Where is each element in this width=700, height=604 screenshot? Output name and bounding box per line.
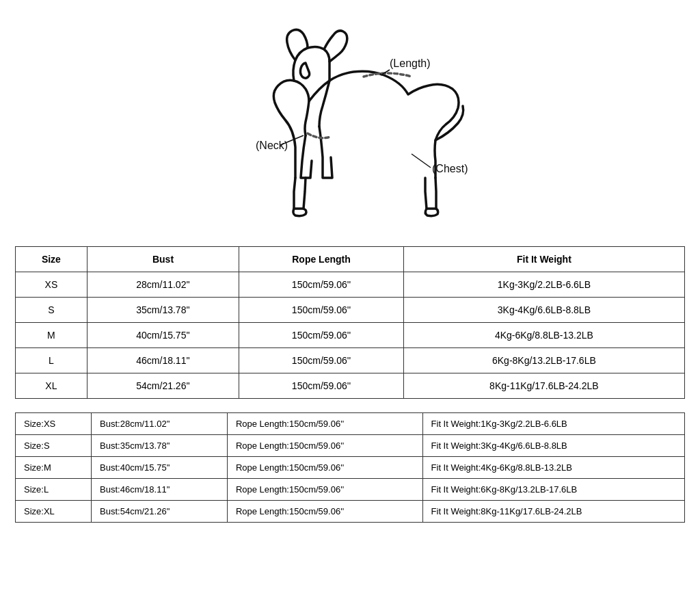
- table-cell: 150cm/59.06'': [239, 348, 404, 373]
- table-cell: 150cm/59.06'': [239, 373, 404, 399]
- table-cell: XL: [16, 373, 88, 399]
- length-label: (Length): [390, 57, 431, 69]
- main-size-table-container: Size Bust Rope Length Fit It Weight XS28…: [15, 246, 685, 399]
- header-rope-length: Rope Length: [239, 247, 404, 272]
- detail-cell: Bust:54cm/21.26'': [92, 501, 228, 523]
- detail-cell: Size:M: [16, 457, 92, 479]
- table-cell: XS: [16, 272, 88, 298]
- table-cell: 46cm/18.11'': [87, 348, 239, 373]
- detail-cell: Bust:40cm/15.75'': [92, 457, 228, 479]
- table-cell: M: [16, 323, 88, 348]
- table-cell: 4Kg-6Kg/8.8LB-13.2LB: [403, 323, 684, 348]
- detail-cell: Fit It Weight:3Kg-4Kg/6.6LB-8.8LB: [422, 435, 684, 457]
- svg-line-1: [412, 154, 431, 168]
- detail-cell: Fit It Weight:4Kg-6Kg/8.8LB-13.2LB: [422, 457, 684, 479]
- table-cell: 28cm/11.02'': [87, 272, 239, 298]
- table-cell: 150cm/59.06'': [239, 272, 404, 298]
- detail-cell: Fit It Weight:1Kg-3Kg/2.2LB-6.6LB: [422, 413, 684, 435]
- table-cell: S: [16, 298, 88, 323]
- table-cell: 40cm/15.75'': [87, 323, 239, 348]
- detail-cell: Rope Length:150cm/59.06'': [227, 413, 422, 435]
- dog-diagram: (Neck) (Chest) (Length): [206, 14, 494, 233]
- detail-table-container: Size:XSBust:28cm/11.02''Rope Length:150c…: [15, 412, 685, 523]
- table-cell: 54cm/21.26'': [87, 373, 239, 399]
- detail-size-table: Size:XSBust:28cm/11.02''Rope Length:150c…: [15, 412, 685, 523]
- detail-cell: Bust:46cm/18.11'': [92, 479, 228, 501]
- table-cell: 35cm/13.78'': [87, 298, 239, 323]
- detail-cell: Rope Length:150cm/59.06'': [227, 501, 422, 523]
- header-size: Size: [16, 247, 88, 272]
- table-cell: 8Kg-11Kg/17.6LB-24.2LB: [403, 373, 684, 399]
- detail-cell: Size:XS: [16, 413, 92, 435]
- table-cell: 150cm/59.06'': [239, 323, 404, 348]
- detail-cell: Fit It Weight:6Kg-8Kg/13.2LB-17.6LB: [422, 479, 684, 501]
- table-cell: 3Kg-4Kg/6.6LB-8.8LB: [403, 298, 684, 323]
- header-fit-weight: Fit It Weight: [403, 247, 684, 272]
- table-cell: L: [16, 348, 88, 373]
- table-cell: 1Kg-3Kg/2.2LB-6.6LB: [403, 272, 684, 298]
- neck-label: (Neck): [256, 140, 288, 151]
- main-size-table: Size Bust Rope Length Fit It Weight XS28…: [15, 246, 685, 399]
- detail-cell: Fit It Weight:8Kg-11Kg/17.6LB-24.2LB: [422, 501, 684, 523]
- detail-cell: Rope Length:150cm/59.06'': [227, 457, 422, 479]
- table-cell: 6Kg-8Kg/13.2LB-17.6LB: [403, 348, 684, 373]
- table-cell: 150cm/59.06'': [239, 298, 404, 323]
- header-bust: Bust: [87, 247, 239, 272]
- detail-cell: Bust:35cm/13.78'': [92, 435, 228, 457]
- chest-label: (Chest): [432, 163, 468, 174]
- detail-cell: Rope Length:150cm/59.06'': [227, 435, 422, 457]
- detail-cell: Size:L: [16, 479, 92, 501]
- detail-cell: Bust:28cm/11.02'': [92, 413, 228, 435]
- detail-cell: Size:S: [16, 435, 92, 457]
- detail-cell: Rope Length:150cm/59.06'': [227, 479, 422, 501]
- detail-cell: Size:XL: [16, 501, 92, 523]
